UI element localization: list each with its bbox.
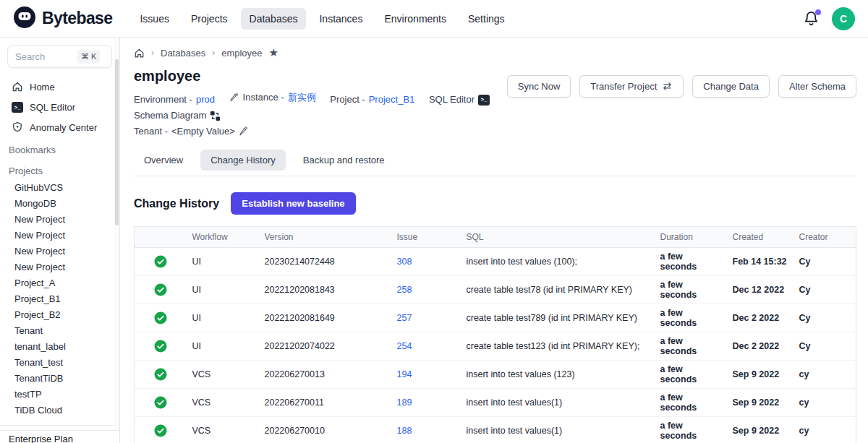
favorite-star-icon[interactable]: ★: [269, 46, 278, 59]
change-history-table: WorkflowVersionIssueSQLDurationCreatedCr…: [134, 226, 856, 443]
issue-link[interactable]: 189: [397, 397, 412, 408]
search-input[interactable]: [15, 51, 77, 62]
creator-cell: Cy: [793, 304, 856, 332]
history-row[interactable]: VCS 202206270011 189 insert into test va…: [135, 389, 856, 417]
success-check-icon: [154, 368, 167, 381]
sync-now-button[interactable]: Sync Now: [507, 75, 571, 98]
sidebar-project-new-project[interactable]: New Project: [0, 243, 119, 259]
alter-schema-button[interactable]: Alter Schema: [778, 75, 856, 98]
issue-link[interactable]: 257: [397, 313, 412, 323]
tab-bar: OverviewChange HistoryBackup and restore: [134, 150, 856, 176]
user-avatar[interactable]: C: [832, 7, 855, 30]
version-cell: 202206270011: [259, 389, 391, 417]
issue-link[interactable]: 188: [397, 426, 412, 436]
sidebar: ⌘ K Home >_ SQL Editor Anomaly Center Bo…: [0, 38, 120, 443]
project-label: Project -: [330, 92, 365, 108]
notifications-button[interactable]: [803, 10, 820, 27]
duration-cell: a few seconds: [655, 276, 727, 304]
version-cell: 202206270010: [259, 417, 391, 443]
success-check-icon: [154, 311, 167, 324]
version-cell: 202206270013: [259, 361, 391, 389]
issue-link[interactable]: 308: [397, 257, 412, 267]
environment-label: Environment -: [134, 92, 192, 108]
edit-pencil-icon[interactable]: [239, 126, 249, 137]
sidebar-project-tenanttidb[interactable]: TenantTiDB: [0, 370, 119, 386]
tenant-value: <Empty Value>: [171, 124, 235, 139]
sidebar-scrollbar-thumb[interactable]: [115, 59, 119, 225]
sidebar-project-project-b2[interactable]: Project_B2: [0, 306, 119, 322]
instance-label: Instance -: [243, 90, 284, 106]
environment-link[interactable]: prod: [196, 92, 215, 108]
sidebar-project-new-project[interactable]: New Project: [0, 259, 119, 275]
project-link[interactable]: Project_B1: [369, 92, 415, 108]
nav-item-databases[interactable]: Databases: [241, 8, 307, 30]
issue-link[interactable]: 258: [397, 285, 412, 295]
duration-cell: a few seconds: [655, 248, 727, 276]
issue-cell: 257: [391, 304, 461, 332]
breadcrumb-databases[interactable]: Databases: [161, 48, 205, 59]
brand-name: Bytebase: [42, 9, 112, 28]
table-header-row: WorkflowVersionIssueSQLDurationCreatedCr…: [135, 227, 856, 248]
sidebar-project-githubvcs[interactable]: GitHubVCS: [0, 179, 119, 195]
sidebar-project-mongodb[interactable]: MongoDB: [0, 195, 119, 211]
nav-item-projects[interactable]: Projects: [182, 8, 237, 30]
transfer-project-label: Transfer Project: [590, 81, 657, 92]
sidebar-item-anomaly-center[interactable]: Anomaly Center: [0, 117, 119, 137]
tab-change-history[interactable]: Change History: [200, 150, 286, 171]
nav-item-issues[interactable]: Issues: [131, 8, 177, 30]
issue-cell: 254: [391, 332, 461, 361]
notification-dot: [815, 9, 821, 15]
sidebar-item-home[interactable]: Home: [0, 77, 119, 97]
issue-link[interactable]: 194: [397, 369, 412, 379]
sql-editor-shortcut[interactable]: SQL Editor >_: [429, 92, 490, 108]
duration-cell: a few seconds: [655, 332, 727, 361]
sql-cell: insert into test values (123): [461, 361, 655, 389]
sidebar-project-tenant[interactable]: Tenant: [0, 322, 119, 338]
main-content: › Databases › employee ★ employee Enviro…: [121, 38, 868, 443]
sidebar-item-label: SQL Editor: [30, 102, 75, 113]
history-row[interactable]: UI 20221202074022 254 create table test1…: [135, 332, 856, 361]
change-data-button[interactable]: Change Data: [692, 75, 770, 98]
sidebar-project-new-project[interactable]: New Project: [0, 211, 119, 227]
schema-diagram-icon: [210, 111, 221, 121]
sidebar-project-tenant-test[interactable]: Tenant_test: [0, 354, 119, 370]
history-row[interactable]: UI 20221202081649 257 create table test7…: [135, 304, 856, 332]
sidebar-project-project-b1[interactable]: Project_B1: [0, 291, 119, 306]
sidebar-scrollbar[interactable]: [114, 38, 119, 430]
column-header-creator: Creator: [793, 227, 856, 248]
sql-cell: create table test78 (id int PRIMARY KEY): [461, 276, 655, 304]
sidebar-divider: [0, 425, 119, 426]
bytebase-logo[interactable]: Bytebase: [13, 6, 112, 32]
sql-cell: create table test123 (id int PRIMARY KEY…: [461, 332, 655, 361]
sidebar-project-project-a[interactable]: Project_A: [0, 275, 119, 291]
workflow-cell: UI: [187, 332, 259, 361]
home-icon[interactable]: [134, 48, 145, 59]
version-cell: 20221202074022: [259, 332, 391, 361]
projects-list: GitHubVCSMongoDBNew ProjectNew ProjectNe…: [0, 179, 119, 418]
nav-item-settings[interactable]: Settings: [459, 8, 514, 30]
tab-backup-and-restore[interactable]: Backup and restore: [293, 150, 395, 171]
chevron-right-icon: ›: [212, 48, 215, 58]
instance-link[interactable]: 新实例: [288, 90, 316, 106]
sidebar-project-new-project[interactable]: New Project: [0, 227, 119, 243]
nav-item-instances[interactable]: Instances: [310, 8, 371, 30]
search-box[interactable]: ⌘ K: [7, 45, 112, 68]
creator-cell: Cy: [793, 248, 856, 276]
history-row[interactable]: UI 20221202081843 258 create table test7…: [135, 276, 856, 304]
transfer-project-button[interactable]: Transfer Project: [579, 75, 684, 98]
column-header-issue: Issue: [391, 227, 461, 248]
history-row[interactable]: UI 20230214072448 308 insert into test v…: [135, 248, 856, 276]
tab-overview[interactable]: Overview: [134, 150, 193, 171]
sidebar-project-tidb-cloud[interactable]: TiDB Cloud: [0, 402, 119, 418]
history-row[interactable]: VCS 202206270010 188 insert into test va…: [135, 417, 856, 443]
sidebar-project-tenant-label[interactable]: tenant_label: [0, 338, 119, 354]
sidebar-item-sql-editor[interactable]: >_ SQL Editor: [0, 97, 119, 117]
establish-baseline-button[interactable]: Establish new baseline: [231, 192, 355, 215]
breadcrumb-employee[interactable]: employee: [221, 48, 262, 59]
nav-item-environments[interactable]: Environments: [375, 8, 455, 30]
sidebar-project-testtp[interactable]: testTP: [0, 386, 119, 402]
history-row[interactable]: VCS 202206270013 194 insert into test va…: [135, 361, 856, 389]
issue-link[interactable]: 254: [397, 341, 412, 351]
schema-diagram-shortcut[interactable]: Schema Diagram: [134, 108, 221, 124]
success-check-icon: [154, 283, 167, 296]
